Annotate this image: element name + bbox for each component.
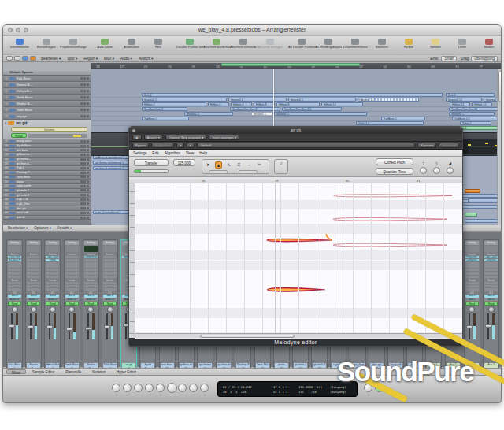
insert-slot[interactable] bbox=[84, 262, 98, 265]
strip-setting-button[interactable]: Setting bbox=[465, 241, 479, 245]
region[interactable]: Snares2 2 bbox=[142, 98, 227, 102]
mute-solo-icon[interactable] bbox=[87, 140, 89, 143]
medien-button[interactable]: Medien bbox=[476, 37, 502, 50]
read-button[interactable]: Read bbox=[103, 302, 117, 306]
an-locator-punkten-teilen-button[interactable]: An Locator-Punkten teilen bbox=[288, 37, 315, 50]
quantize-time-button[interactable]: Quantize Time bbox=[376, 168, 413, 175]
insert-slot[interactable] bbox=[84, 269, 98, 271]
output-slot[interactable]: Bus 4 bbox=[27, 295, 40, 297]
abschnitt-schneiden-button[interactable]: Abschnitt schneiden bbox=[230, 37, 257, 50]
output-slot[interactable]: Bus 4 bbox=[65, 295, 79, 297]
insert-slot[interactable] bbox=[484, 276, 498, 278]
send-slot[interactable] bbox=[103, 282, 117, 284]
menu-audio[interactable]: Audio ▾ bbox=[120, 57, 132, 61]
region[interactable]: TomBassTom 2 bbox=[142, 107, 187, 111]
mute-solo-icon[interactable] bbox=[83, 198, 86, 201]
insert-slot[interactable] bbox=[8, 276, 21, 278]
track-header[interactable]: 3HiHats B... bbox=[3, 88, 91, 95]
tab-pianorolle[interactable]: Pianorolle bbox=[61, 369, 86, 374]
melodyne-menu-settings[interactable]: Settings bbox=[133, 150, 146, 156]
insert-slot[interactable] bbox=[465, 272, 479, 274]
melodyne-scrollbar-thumb[interactable] bbox=[200, 335, 295, 338]
mute-solo-icon[interactable] bbox=[87, 189, 89, 191]
channel-strip[interactable]: SettingInsertsSendsI/OBus 4Audio 39ReadT… bbox=[64, 239, 80, 372]
mute-solo-icon[interactable] bbox=[80, 90, 83, 92]
input-slot[interactable]: Aux 4 bbox=[484, 298, 498, 301]
mute-solo-icon[interactable] bbox=[83, 77, 86, 80]
region[interactable]: HiHats 8 bbox=[254, 102, 275, 106]
forward-icon[interactable] bbox=[145, 384, 154, 392]
insert-slot[interactable] bbox=[103, 262, 117, 265]
region[interactable]: HiHats 12 bbox=[450, 102, 470, 106]
read-button[interactable]: Read bbox=[484, 302, 498, 306]
volume-fader[interactable] bbox=[9, 313, 20, 339]
strip-setting-button[interactable]: Setting bbox=[27, 241, 40, 245]
input-slot[interactable]: Audio 37 bbox=[27, 298, 40, 301]
pencil-tool-icon[interactable] bbox=[14, 56, 20, 61]
mute-solo-icon[interactable] bbox=[83, 96, 86, 98]
tool-dropdown-left[interactable] bbox=[209, 170, 228, 174]
insert-slot[interactable]: Compress bbox=[465, 259, 479, 261]
projekteinstellungen-button[interactable]: Projekteinstellungen bbox=[60, 37, 87, 50]
region[interactable]: Shaker2 1 bbox=[274, 112, 367, 116]
mute-solo-icon[interactable] bbox=[87, 102, 89, 105]
send-slot[interactable] bbox=[46, 282, 59, 284]
mute-solo-icon[interactable] bbox=[87, 96, 89, 98]
autopunch-icon[interactable] bbox=[200, 384, 209, 392]
insert-slot[interactable] bbox=[27, 272, 40, 274]
strip-eq-display[interactable] bbox=[65, 246, 79, 252]
insert-slot[interactable] bbox=[8, 262, 21, 265]
rewind-icon[interactable] bbox=[134, 384, 143, 392]
region[interactable]: HiHats 14 bbox=[321, 102, 363, 106]
mute-solo-icon[interactable] bbox=[87, 194, 89, 196]
region[interactable]: Kick 2 bbox=[446, 93, 495, 97]
mute-solo-icon[interactable] bbox=[87, 212, 89, 214]
region[interactable]: Shaker2 2 bbox=[251, 112, 272, 116]
mute-solo-icon[interactable] bbox=[83, 185, 86, 187]
record-icon[interactable] bbox=[112, 384, 120, 392]
volume-knob[interactable] bbox=[447, 167, 454, 174]
strip-setting-button[interactable]: Setting bbox=[103, 241, 117, 245]
output-slot[interactable]: Bus 3 bbox=[465, 295, 479, 297]
mute-solo-icon[interactable] bbox=[87, 185, 89, 187]
insert-slot[interactable] bbox=[27, 276, 40, 278]
mute-solo-icon[interactable] bbox=[83, 167, 86, 169]
mixer-menu-optionen[interactable]: Optionen ▾ bbox=[34, 226, 51, 230]
insert-slot[interactable] bbox=[465, 269, 479, 271]
send-slot[interactable] bbox=[484, 282, 498, 284]
mute-solo-icon[interactable] bbox=[83, 83, 86, 86]
mute-solo-icon[interactable] bbox=[87, 90, 89, 92]
midi-in-icon[interactable] bbox=[22, 56, 28, 61]
plugin-view-select[interactable]: Ansicht ▾ bbox=[144, 135, 163, 140]
track-header[interactable]: 1Kick Bass bbox=[3, 76, 91, 82]
mute-solo-icon[interactable] bbox=[87, 202, 89, 205]
insert-slot[interactable] bbox=[465, 265, 479, 268]
mute-solo-icon[interactable] bbox=[83, 217, 86, 219]
mute-solo-icon[interactable] bbox=[83, 140, 86, 143]
farben-button[interactable]: Farben bbox=[395, 37, 422, 50]
mute-solo-icon[interactable] bbox=[83, 90, 86, 92]
mute-solo-icon[interactable] bbox=[83, 189, 86, 191]
insert-slot[interactable] bbox=[484, 269, 498, 271]
input-slot[interactable]: Audio 36 bbox=[8, 298, 21, 301]
strip-eq-display[interactable] bbox=[465, 246, 479, 252]
region[interactable]: Tabla 2 bbox=[460, 121, 491, 125]
mute-solo-icon[interactable] bbox=[80, 176, 83, 178]
region[interactable]: TubBass 2.2 bbox=[452, 117, 499, 120]
informationen-button[interactable]: Informationen bbox=[6, 37, 33, 50]
input-slot[interactable]: Audio 38 bbox=[46, 298, 59, 301]
mute-solo-icon[interactable] bbox=[80, 102, 83, 105]
pause-icon[interactable] bbox=[178, 384, 187, 392]
fader-cap[interactable] bbox=[46, 325, 53, 328]
mute-solo-icon[interactable] bbox=[80, 212, 83, 214]
pan-knob[interactable] bbox=[50, 306, 56, 313]
mute-solo-icon[interactable] bbox=[80, 198, 83, 201]
strip-eq-display[interactable] bbox=[27, 246, 40, 252]
vertical-scrollbar[interactable] bbox=[497, 69, 502, 250]
pointer-tool-icon[interactable] bbox=[6, 56, 13, 61]
plugin-view-select[interactable]: Channel Strip anzeigen ▾ bbox=[165, 135, 207, 140]
insert-slot[interactable]: Tape Delay bbox=[46, 256, 59, 258]
mute-solo-icon[interactable] bbox=[80, 96, 83, 98]
flex-button[interactable]: Flex bbox=[145, 37, 172, 50]
tool-dropdown-right[interactable] bbox=[239, 170, 258, 174]
